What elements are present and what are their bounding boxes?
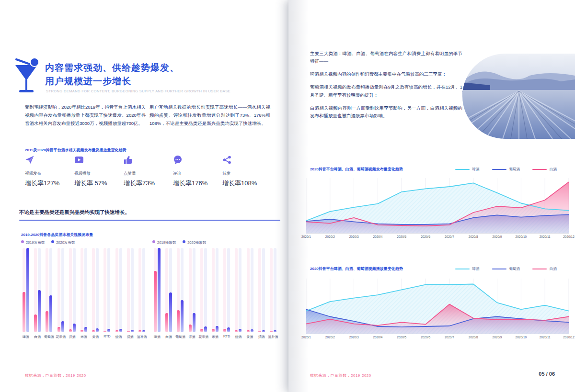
- bar-2020: [204, 326, 207, 332]
- stat-value: 增长率176%: [173, 179, 222, 188]
- x-axis-label: 2020/3: [349, 235, 359, 238]
- play-icon: [74, 155, 84, 165]
- stat-label: 点赞量: [124, 171, 173, 177]
- bar-2019: [177, 310, 180, 332]
- stat-likes: 点赞量 增长率73%: [124, 155, 173, 188]
- legend-line-baijiu: [532, 169, 547, 170]
- bar-track-2020: [38, 248, 41, 332]
- paragraph: 啤酒相关视频内容的创作和消费都主要集中在气温较高的二三季度；: [310, 70, 462, 78]
- report-spread: 内容需求强劲、供给趁势爆发、 用户规模进一步增长 STRONG DEMAND F…: [0, 0, 575, 392]
- bar-2019: [104, 331, 106, 332]
- stat-label: 转发: [222, 171, 272, 177]
- trend-chart-2-header: 2020抖音平台啤酒、白酒、葡萄酒视频播放量变化趋势 啤酒 葡萄酒 白酒: [310, 266, 557, 271]
- bar-track-2019: [23, 248, 25, 332]
- bar-2019: [235, 330, 238, 332]
- stat-value: 增长率 57%: [74, 179, 124, 188]
- x-axis-label: 2020/12: [563, 336, 575, 339]
- bar-track-2020: [119, 248, 122, 332]
- page-title: 内容需求强劲、供给趁势爆发、 用户规模进一步增长: [45, 61, 179, 88]
- bar-category-label: 黄酒: [247, 335, 253, 339]
- x-axis-label: 2020/3: [349, 336, 359, 339]
- bar-2019: [258, 331, 261, 332]
- bar-track-2020: [169, 248, 172, 332]
- bar-track-2020: [49, 248, 52, 332]
- stat-video-play: 视频播放 增长率 57%: [74, 155, 124, 188]
- trend-chart-publish: [306, 176, 569, 234]
- bar-category-label: 白酒: [34, 335, 41, 339]
- bar-track-2019: [165, 248, 168, 332]
- bar-track-2019: [58, 248, 60, 332]
- legend-item-baijiu: 白酒: [532, 167, 557, 172]
- bar-column: 啤酒: [151, 248, 163, 339]
- bar-track-2019: [69, 248, 72, 332]
- bar-column: 烧酒: [232, 248, 244, 339]
- x-axis-label: 2020/1: [301, 336, 311, 339]
- x-axis-label: 2020/4: [373, 336, 383, 339]
- bar-2020: [251, 329, 253, 332]
- bar-legend-publish: 2019发布数 2020发布数: [21, 240, 75, 245]
- legend-item-beer: 啤酒: [455, 167, 480, 172]
- vineyard-photo: [462, 54, 575, 139]
- bar-category-label: 米酒: [212, 335, 218, 339]
- bar-chart-publish: 啤酒白酒葡萄酒花果酒洋酒米酒黄酒RTD烧酒清酒滋补酒: [20, 248, 148, 339]
- page-subtitle-en: STRONG DEMAND FOR CONTENT, BURGEONING SU…: [46, 89, 230, 93]
- data-source-footer: 数据来源：巨量算数，2019-2020: [310, 373, 371, 378]
- bar-track-2020: [193, 248, 196, 332]
- bar-2020: [216, 326, 218, 332]
- stats-row: 视频发布 增长率127% 视频播放 增长率 57% 点赞量 增长率73%: [25, 155, 272, 188]
- bar-2020: [131, 330, 134, 332]
- bar-column: 啤酒: [20, 248, 32, 339]
- legend-line-baijiu: [532, 269, 547, 269]
- bar-2019: [69, 329, 72, 332]
- bar-track-2019: [154, 248, 157, 332]
- bar-2020: [107, 329, 110, 332]
- x-axis-label: 2020/11: [540, 336, 551, 339]
- bar-column: 花果酒: [55, 248, 67, 339]
- bar-2019: [154, 271, 157, 332]
- x-axis-label: 2020/9: [493, 336, 502, 339]
- bar-2019: [189, 325, 192, 332]
- bar-2019: [46, 311, 48, 332]
- bar-column: 葡萄酒: [43, 248, 55, 339]
- bar-2019: [115, 330, 118, 332]
- legend-dot-2020: [183, 240, 185, 243]
- bar-track-2020: [142, 248, 145, 332]
- bar-2020: [239, 329, 242, 332]
- thumbs-up-icon: [124, 155, 133, 165]
- bar-column: 滋补酒: [267, 248, 279, 339]
- bar-column: 烧酒: [113, 248, 125, 339]
- data-source-footer: 数据来源：巨量算数，2019-2020: [25, 373, 86, 378]
- legend-item: 2020发布数: [51, 240, 75, 245]
- bar-track-2019: [235, 248, 238, 332]
- x-axis-label: 2020/5: [397, 235, 406, 238]
- bar-2019: [34, 314, 37, 332]
- bar-category-label: 洋酒: [69, 335, 76, 339]
- legend-item-wine: 葡萄酒: [492, 267, 520, 271]
- bar-category-label: 白酒: [165, 335, 172, 339]
- bar-track-2020: [96, 248, 99, 332]
- bar-category-label: 洋酒: [189, 335, 196, 339]
- bar-column: 滋补酒: [136, 248, 148, 339]
- bar-column: 白酒: [32, 248, 43, 339]
- intro-paragraph-2: 用户互动相关数据的增长也实现了高速增长——酒水相关视频的点赞、评论和转发数量增速…: [150, 103, 270, 127]
- paragraph: 白酒相关视频内容则一方面受到饮用季节影响，另一方面，白酒相关视频的发布和播放量也…: [310, 104, 462, 120]
- page-right: 主要三大类酒：啤酒、白酒、葡萄酒在内容生产和消费上都有着明显的季节特征—— 啤酒…: [288, 0, 575, 392]
- bar-2019: [23, 292, 25, 332]
- legend-dot-2019: [152, 240, 155, 243]
- bar-2020: [26, 248, 29, 332]
- stat-value: 增长率127%: [25, 179, 74, 188]
- legend-item: 2020播放数: [183, 240, 206, 245]
- x-axis-label: 2020/8: [469, 336, 478, 339]
- bar-category-label: RTD: [223, 335, 230, 338]
- bar-2020: [73, 324, 76, 332]
- bar-track-2020: [204, 248, 207, 332]
- x-axis-label: 2020/11: [540, 235, 551, 238]
- bar-track-2019: [127, 248, 130, 332]
- bar-track-2019: [115, 248, 118, 332]
- bar-category-label: 黄酒: [92, 335, 99, 339]
- bar-category-label: 啤酒: [154, 335, 161, 339]
- bar-category-label: 葡萄酒: [44, 335, 54, 339]
- bar-category-label: 花果酒: [56, 335, 66, 339]
- bar-2020: [158, 248, 161, 332]
- bar-2019: [247, 330, 250, 332]
